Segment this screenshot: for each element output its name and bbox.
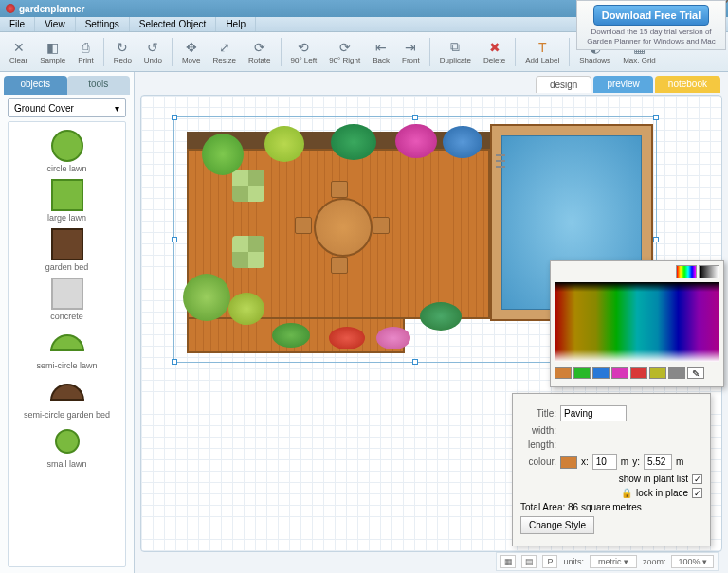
color-preset[interactable] — [555, 367, 572, 379]
category-dropdown[interactable]: Ground Cover ▾ — [8, 98, 126, 117]
lock-checkbox[interactable]: ✓ — [692, 488, 702, 498]
tab-design[interactable]: design — [536, 76, 592, 93]
color-mode-gray-icon[interactable] — [699, 265, 719, 278]
x-input[interactable] — [592, 454, 617, 470]
object-shape-icon — [48, 177, 86, 213]
grid-toggle-icon[interactable]: ▦ — [500, 555, 516, 568]
object-label: concrete — [50, 312, 83, 321]
duplicate-icon: ⧉ — [447, 40, 463, 55]
grid-toggle-icon[interactable]: ▤ — [521, 555, 537, 568]
tool-print[interactable]: ⎙Print — [72, 38, 99, 66]
page-toggle-icon[interactable]: P — [542, 555, 557, 568]
tool-rotate[interactable]: ⟳Rotate — [243, 38, 277, 66]
object-label: garden bed — [46, 262, 89, 272]
menu-selected-object[interactable]: Selected Object — [130, 17, 217, 31]
print-icon: ⎙ — [78, 40, 93, 55]
color-preset[interactable] — [630, 367, 647, 379]
title-label: Title: — [520, 408, 556, 419]
selection-handle[interactable] — [653, 237, 659, 242]
color-preset[interactable] — [573, 367, 591, 379]
object-item[interactable]: garden bed — [9, 224, 125, 274]
dropdown-arrow-icon: ▾ — [115, 103, 119, 114]
color-preset[interactable] — [668, 367, 685, 379]
object-item[interactable]: semi-circle garden bed — [9, 372, 125, 421]
color-mode-gradient-icon[interactable] — [676, 265, 697, 278]
object-label: small lawn — [46, 459, 86, 469]
tool-redo[interactable]: ↻Redo — [108, 38, 137, 66]
menu-file[interactable]: File — [0, 17, 35, 31]
promo-text: Download the 15 day trial version of Gar… — [581, 27, 721, 45]
eyedropper-icon[interactable]: ✎ — [687, 367, 704, 379]
tool-undo[interactable]: ↺Undo — [138, 38, 168, 66]
object-item[interactable]: small lawn — [9, 421, 125, 471]
tool-front[interactable]: ⇥Front — [396, 38, 426, 66]
y-input[interactable] — [644, 454, 672, 470]
object-label: large lawn — [47, 213, 86, 223]
object-item[interactable]: concrete — [9, 274, 125, 323]
object-item[interactable]: semi-circle lawn — [9, 323, 125, 372]
status-bar: ▦ ▤ P units: metric ▾ zoom: 100% ▾ — [496, 552, 719, 571]
tool-resize[interactable]: ⤢Resize — [208, 38, 242, 66]
color-picker-popup[interactable]: ✎ — [550, 260, 724, 387]
tool-90-right[interactable]: ⟳90° Right — [323, 38, 366, 66]
change-style-button[interactable]: Change Style — [520, 516, 594, 534]
tab-preview[interactable]: preview — [593, 76, 652, 93]
left-panel: objects tools Ground Cover ▾ circle lawn… — [0, 72, 135, 573]
color-preset[interactable] — [611, 367, 628, 379]
show-in-list-checkbox[interactable]: ✓ — [692, 474, 702, 484]
selection-handle[interactable] — [172, 237, 177, 242]
menu-view[interactable]: View — [35, 17, 76, 31]
tool-back[interactable]: ⇤Back — [367, 38, 395, 66]
colour-swatch[interactable] — [560, 456, 577, 469]
tool-sample[interactable]: ◧Sample — [34, 38, 71, 66]
download-trial-button[interactable]: Download Free Trial — [593, 5, 710, 26]
zoom-label: zoom: — [643, 557, 666, 566]
object-label: semi-circle garden bed — [24, 410, 110, 420]
tool-move[interactable]: ✥Move — [176, 38, 207, 66]
object-shape-icon — [48, 325, 86, 361]
color-preset[interactable] — [649, 367, 666, 379]
undo-icon: ↺ — [145, 40, 160, 55]
units-dropdown[interactable]: metric ▾ — [590, 555, 637, 568]
color-preset[interactable] — [592, 367, 610, 379]
tab-tools[interactable]: tools — [67, 76, 131, 95]
title-input[interactable] — [560, 405, 627, 421]
tab-objects[interactable]: objects — [4, 76, 67, 95]
object-shape-icon — [48, 374, 86, 410]
zoom-dropdown[interactable]: 100% ▾ — [671, 555, 714, 568]
move-icon: ✥ — [184, 40, 199, 55]
selection-handle[interactable] — [172, 115, 177, 120]
app-logo-icon — [6, 4, 15, 13]
tool-add-label[interactable]: TAdd Label — [519, 38, 565, 66]
object-item[interactable]: circle lawn — [9, 126, 125, 175]
tool-delete[interactable]: ✖Delete — [478, 38, 511, 66]
selection-handle[interactable] — [412, 115, 418, 120]
selection-handle[interactable] — [653, 115, 659, 120]
units-label: units: — [563, 557, 584, 566]
selection-handle[interactable] — [172, 359, 177, 365]
total-area-label: Total Area: 86 square metres — [520, 502, 642, 512]
properties-panel[interactable]: Title: width: length: colour. x: m y: m … — [512, 393, 711, 546]
app-name: gardenplanner — [19, 4, 84, 14]
color-grid[interactable] — [555, 282, 719, 362]
tool-clear[interactable]: ✕Clear — [4, 38, 33, 66]
x-label: x: — [581, 457, 589, 467]
sample-icon: ◧ — [46, 40, 61, 55]
rotate-icon: ⟳ — [252, 40, 267, 55]
tool-duplicate[interactable]: ⧉Duplicate — [434, 38, 477, 66]
menu-settings[interactable]: Settings — [76, 17, 130, 31]
object-label: circle lawn — [46, 164, 86, 173]
tab-notebook[interactable]: notebook — [655, 76, 720, 93]
color-presets: ✎ — [555, 367, 719, 379]
width-label: width: — [520, 425, 556, 436]
lock-label: lock in place — [636, 488, 688, 498]
colour-label: colour. — [520, 457, 556, 467]
object-item[interactable]: large lawn — [9, 175, 125, 224]
menu-help[interactable]: Help — [216, 17, 256, 31]
tool-90-left[interactable]: ⟲90° Left — [285, 38, 323, 66]
object-shape-icon — [48, 226, 86, 262]
length-label: length: — [520, 439, 556, 450]
delete-icon: ✖ — [487, 40, 502, 55]
category-value: Ground Cover — [14, 103, 74, 114]
selection-handle[interactable] — [412, 359, 418, 365]
